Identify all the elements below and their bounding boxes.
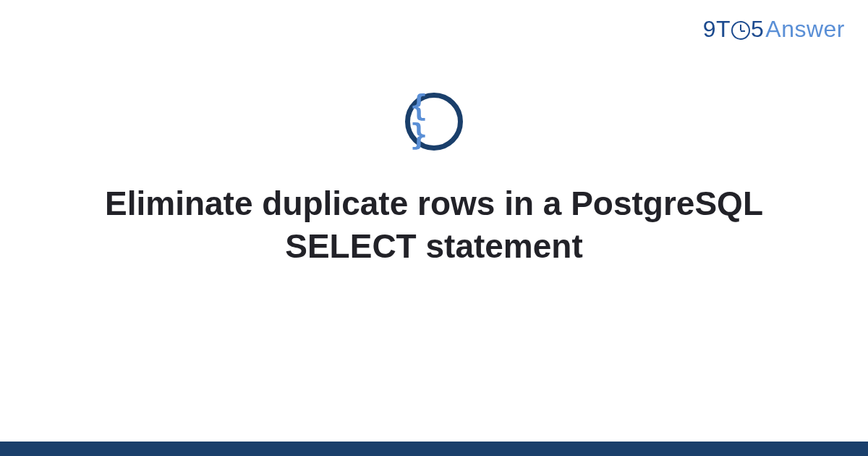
logo-nine: 9 <box>703 16 716 43</box>
site-logo: 9 T 5 Answer <box>703 16 845 43</box>
page-title: Eliminate duplicate rows in a PostgreSQL… <box>0 182 868 268</box>
logo-answer: Answer <box>765 16 845 43</box>
logo-t: T <box>716 16 731 43</box>
logo-five: 5 <box>751 16 764 43</box>
clock-icon <box>731 21 750 40</box>
footer-bar <box>0 442 868 456</box>
code-braces-icon: { } <box>405 93 463 151</box>
braces-glyph: { } <box>410 91 458 149</box>
